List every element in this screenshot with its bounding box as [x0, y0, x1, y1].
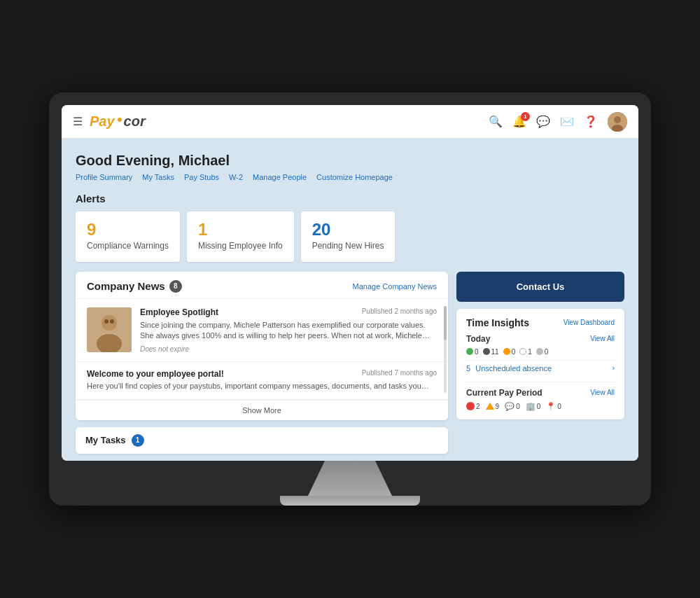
pay-building-value: 0 — [537, 403, 541, 410]
dot-outline-value: 1 — [528, 348, 532, 356]
unscheduled-row: 5 Unscheduled absence › — [466, 360, 615, 376]
company-news-title: Company News 8 — [87, 280, 182, 293]
news-count-badge: 8 — [169, 280, 182, 293]
unscheduled-link[interactable]: 5 Unscheduled absence — [466, 364, 552, 373]
scroll-bar — [444, 306, 447, 393]
w2-link[interactable]: W-2 — [229, 173, 243, 181]
time-insights-title: Time Insights — [466, 317, 529, 328]
help-icon[interactable]: ❓ — [584, 115, 598, 128]
monitor-stand — [308, 461, 392, 496]
red-circle-icon — [466, 402, 475, 410]
dot-darkgray-item: 11 — [483, 348, 499, 356]
my-tasks-section[interactable]: My Tasks 1 — [76, 427, 448, 454]
news-item-1-body: Since joining the company, Michele Patte… — [140, 320, 437, 342]
pay-red-value: 2 — [476, 403, 480, 410]
divider — [466, 382, 615, 382]
news-item-2-date: Published 7 months ago — [362, 369, 437, 377]
profile-summary-link[interactable]: Profile Summary — [76, 173, 132, 181]
svg-point-1 — [614, 116, 621, 123]
news-item-1-title-row: Employee Spotlight Published 2 months ag… — [140, 307, 437, 317]
dot-gray — [536, 348, 543, 355]
dot-orange — [503, 348, 510, 355]
svg-point-7 — [110, 319, 114, 324]
news-item-2-body: Here you'll find copies of your paystubs… — [87, 381, 437, 391]
news-item-2-title-row: Welcome to your employee portal! Publish… — [87, 369, 437, 379]
pay-chat-value: 0 — [516, 403, 520, 410]
news-item-1-header: Employee Spotlight Published 2 months ag… — [87, 307, 437, 354]
dot-outline-item: 1 — [519, 348, 532, 356]
pay-icon-pin: 📍 0 — [546, 402, 561, 411]
contact-us-button[interactable]: Contact Us — [456, 272, 624, 302]
news-thumbnail-1 — [87, 307, 132, 352]
search-icon[interactable]: 🔍 — [489, 115, 503, 128]
alerts-row: 9 Compliance Warnings 1 Missing Employee… — [76, 211, 624, 262]
pin-icon: 📍 — [546, 402, 556, 411]
monitor-base — [280, 496, 420, 506]
time-insights-header: Time Insights View Dashboard — [466, 317, 615, 328]
compliance-warnings-card[interactable]: 9 Compliance Warnings — [76, 211, 180, 262]
scroll-thumb[interactable] — [444, 306, 447, 341]
message-icon[interactable]: ✉️ — [560, 115, 574, 128]
compliance-warnings-number: 9 — [87, 221, 169, 238]
pay-view-all-link[interactable]: View All — [590, 389, 615, 396]
dot-outline — [519, 348, 526, 355]
pay-pin-value: 0 — [557, 403, 561, 410]
pay-icon-orange: 9 — [486, 403, 500, 410]
news-item-1-content: Employee Spotlight Published 2 months ag… — [140, 307, 437, 354]
time-insights-card: Time Insights View Dashboard Today View … — [456, 309, 624, 419]
greeting-text: Good Evening, Michael — [76, 153, 624, 169]
alerts-section-title: Alerts — [76, 193, 624, 204]
bell-icon[interactable]: 🔔 1 — [512, 115, 526, 128]
nav-right: 🔍 🔔 1 💬 ✉️ ❓ — [489, 112, 627, 132]
hamburger-icon[interactable]: ☰ — [73, 115, 83, 128]
right-column: Contact Us Time Insights View Dashboard … — [456, 272, 624, 454]
news-item-2-title: Welcome to your employee portal! — [87, 369, 224, 379]
top-navigation: ☰ Paycor 🔍 🔔 1 💬 ✉️ ❓ — [62, 105, 638, 139]
pay-icon-building: 🏢 0 — [526, 402, 541, 411]
pay-icons-row: 2 9 💬 0 — [466, 402, 615, 411]
profile-links: Profile Summary My Tasks Pay Stubs W-2 M… — [76, 173, 624, 181]
avatar[interactable] — [608, 112, 627, 132]
news-item-1[interactable]: Employee Spotlight Published 2 months ag… — [76, 299, 448, 363]
pay-period-label: Current Pay Period — [466, 388, 542, 398]
manage-people-link[interactable]: Manage People — [253, 173, 307, 181]
logo-dot — [118, 118, 122, 122]
pay-icon-chat: 💬 0 — [505, 402, 520, 411]
unscheduled-label: Unscheduled absence — [475, 364, 552, 373]
main-content: Good Evening, Michael Profile Summary My… — [62, 139, 638, 461]
chat-bubble-icon[interactable]: 💬 — [536, 115, 550, 128]
today-view-all-link[interactable]: View All — [590, 335, 615, 342]
news-item-2[interactable]: Welcome to your employee portal! Publish… — [76, 362, 448, 399]
my-tasks-link[interactable]: My Tasks — [142, 173, 174, 181]
today-subheader: Today View All — [466, 334, 615, 344]
dot-orange-item: 0 — [503, 348, 516, 356]
notification-badge: 1 — [521, 112, 530, 121]
pay-icon-red: 2 — [466, 402, 480, 410]
dot-gray-value: 0 — [545, 348, 549, 356]
news-item-1-expiry: Does not expire — [140, 345, 437, 353]
pending-new-hires-label: Pending New Hires — [312, 241, 384, 252]
missing-employee-card[interactable]: 1 Missing Employee Info — [187, 211, 294, 262]
two-col-layout: Company News 8 Manage Company News — [76, 272, 624, 454]
pending-new-hires-card[interactable]: 20 Pending New Hires — [301, 211, 396, 262]
today-dot-row: 0 11 0 1 — [466, 348, 615, 356]
missing-employee-number: 1 — [198, 221, 283, 238]
dot-darkgray-value: 11 — [491, 348, 499, 356]
show-more-button[interactable]: Show More — [76, 400, 448, 420]
nav-left: ☰ Paycor — [73, 113, 146, 130]
building-icon: 🏢 — [526, 402, 536, 411]
left-column: Company News 8 Manage Company News — [76, 272, 448, 454]
pay-orange-value: 9 — [496, 403, 500, 410]
customize-homepage-link[interactable]: Customize Homepage — [316, 173, 393, 181]
logo-pay: Pay — [90, 113, 115, 130]
news-item-1-date: Published 2 months ago — [362, 307, 437, 315]
svg-point-4 — [102, 315, 117, 331]
dot-green-item: 0 — [466, 348, 479, 356]
news-item-1-title: Employee Spotlight — [140, 307, 218, 317]
manage-company-news-link[interactable]: Manage Company News — [353, 282, 437, 291]
pay-stubs-link[interactable]: Pay Stubs — [184, 173, 219, 181]
view-dashboard-link[interactable]: View Dashboard — [564, 319, 615, 326]
dot-green-value: 0 — [475, 348, 479, 356]
svg-point-6 — [104, 319, 108, 324]
logo: Paycor — [90, 113, 146, 130]
